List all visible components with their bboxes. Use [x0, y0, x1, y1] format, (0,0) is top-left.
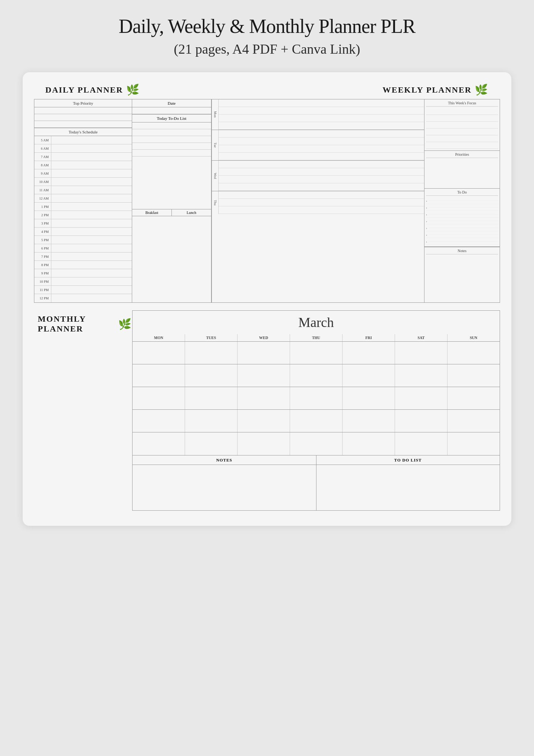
- monthly-bottom-section: NOTES TO DO LIST: [132, 455, 500, 511]
- monthly-todo-header: TO DO LIST: [316, 455, 500, 465]
- priorities-box: Priorities: [424, 151, 500, 189]
- time-row-4pm: 4 PM: [34, 228, 132, 236]
- cell-2-2: [185, 364, 238, 387]
- cell-5-2: [185, 432, 238, 455]
- cell-2-5: [343, 364, 395, 387]
- monthly-notes-body: [133, 465, 316, 510]
- day-mon-section: Mon: [212, 99, 424, 130]
- monthly-section: MONTHLY PLANNER 🌿 March MON TUES WED THU…: [34, 310, 500, 455]
- day-tue-section: Tue: [212, 130, 424, 161]
- time-row-7am: 7 AM: [34, 153, 132, 161]
- todo-header: Today To-Do List: [132, 114, 211, 122]
- cell-1-2: [185, 342, 238, 364]
- daily-left-section: Top Priority Today's Schedule 5 AM 6 AM …: [34, 99, 132, 303]
- date-label: Date: [132, 99, 211, 107]
- day-mon-content: [219, 99, 424, 130]
- cell-2-1: [133, 364, 185, 387]
- header-thu: THU: [290, 334, 343, 341]
- time-row-11pm: 11 PM: [34, 286, 132, 294]
- weekly-notes-header: Notes: [426, 249, 498, 254]
- monthly-grid-header: MON TUES WED THU FRI SAT SUN: [133, 334, 500, 342]
- daily-bottom-space: [132, 216, 211, 303]
- monthly-calendar: March MON TUES WED THU FRI SAT SUN: [132, 310, 500, 455]
- monthly-week-4: [133, 410, 500, 432]
- monthly-todo-section: TO DO LIST: [316, 455, 500, 510]
- time-row-11am: 11 AM: [34, 186, 132, 194]
- time-row-2pm: 2 PM: [34, 211, 132, 219]
- cell-5-4: [290, 432, 343, 455]
- monthly-week-3: [133, 387, 500, 410]
- planner-card: DAILY PLANNER 🌿 WEEKLY PLANNER 🌿 Top Pri…: [23, 72, 511, 526]
- this-weeks-focus-box: This Week's Focus: [424, 99, 500, 151]
- header-tues: TUES: [185, 334, 238, 341]
- weekly-notes-box: Notes: [424, 247, 500, 302]
- time-row-9pm: 9 PM: [34, 269, 132, 277]
- page-title: Daily, Weekly & Monthly Planner PLR: [0, 0, 534, 41]
- cell-4-7: [448, 410, 500, 432]
- cell-1-3: [238, 342, 290, 364]
- time-row-8pm: 8 PM: [34, 261, 132, 269]
- header-fri: FRI: [343, 334, 395, 341]
- daily-planner-title: DAILY PLANNER 🌿: [45, 84, 140, 96]
- cell-3-1: [133, 387, 185, 409]
- time-row-12am: 12 AM: [34, 194, 132, 203]
- cell-3-2: [185, 387, 238, 409]
- time-row-1pm: 1 PM: [34, 203, 132, 211]
- schedule-header: Today's Schedule: [34, 128, 132, 136]
- day-mon-label: Mon: [212, 99, 219, 130]
- top-priority-label: Top Priority: [34, 99, 132, 107]
- monthly-week-5: [133, 432, 500, 455]
- cell-1-1: [133, 342, 185, 364]
- monthly-notes-section: NOTES: [133, 455, 316, 510]
- weekly-todo-items: › › › › › › ›: [426, 197, 498, 245]
- time-row-10pm: 10 PM: [34, 277, 132, 286]
- cell-3-3: [238, 387, 290, 409]
- meal-row: Brakfast Lunch: [132, 209, 211, 216]
- day-wed-content: [219, 161, 424, 191]
- date-line-1: [132, 107, 211, 114]
- focus-header: This Week's Focus: [426, 101, 498, 107]
- cell-2-3: [238, 364, 290, 387]
- time-row-5pm: 5 PM: [34, 236, 132, 244]
- cell-5-6: [395, 432, 448, 455]
- cell-4-2: [185, 410, 238, 432]
- daily-right-section: Date Today To-Do List Brakfast Lunch: [132, 99, 211, 303]
- priorities-header: Priorities: [426, 152, 498, 158]
- header-mon: MON: [133, 334, 185, 341]
- cell-4-1: [133, 410, 185, 432]
- weekly-todo-box: To Do › › › › › › ›: [424, 189, 500, 247]
- time-row-6pm: 6 PM: [34, 244, 132, 253]
- monthly-week-2: [133, 364, 500, 387]
- header-wed: WED: [238, 334, 290, 341]
- cell-1-7: [448, 342, 500, 364]
- weekly-planner-title: WEEKLY PLANNER 🌿: [383, 84, 489, 96]
- cell-1-6: [395, 342, 448, 364]
- time-row-7pm: 7 PM: [34, 253, 132, 261]
- cell-5-1: [133, 432, 185, 455]
- cell-4-4: [290, 410, 343, 432]
- day-tue-label: Tue: [212, 130, 219, 160]
- leaf-icon-daily: 🌿: [126, 84, 140, 96]
- day-tue-content: [219, 130, 424, 160]
- page-subtitle: (21 pages, A4 PDF + Canva Link): [0, 41, 534, 72]
- breakfast-label: Brakfast: [132, 209, 172, 216]
- cell-2-4: [290, 364, 343, 387]
- monthly-planner-title: MONTHLY PLANNER 🌿: [38, 314, 132, 334]
- weekly-days-column: Mon Tue Wed Thu: [211, 99, 424, 303]
- monthly-month-name: March: [133, 311, 500, 334]
- cell-4-3: [238, 410, 290, 432]
- weekly-right-panel: This Week's Focus Priorities To Do ›: [424, 99, 500, 303]
- monthly-title-text: MONTHLY PLANNER: [38, 314, 115, 334]
- leaf-icon-monthly: 🌿: [118, 318, 132, 330]
- time-row-6am: 6 AM: [34, 144, 132, 153]
- cell-2-7: [448, 364, 500, 387]
- todo-lines: [132, 122, 211, 209]
- monthly-week-1: [133, 342, 500, 364]
- priority-line-2: [34, 114, 132, 121]
- cell-1-5: [343, 342, 395, 364]
- day-thu-content: [219, 191, 424, 214]
- leaf-icon-weekly: 🌿: [475, 84, 489, 96]
- cell-3-5: [343, 387, 395, 409]
- cell-2-6: [395, 364, 448, 387]
- cell-5-7: [448, 432, 500, 455]
